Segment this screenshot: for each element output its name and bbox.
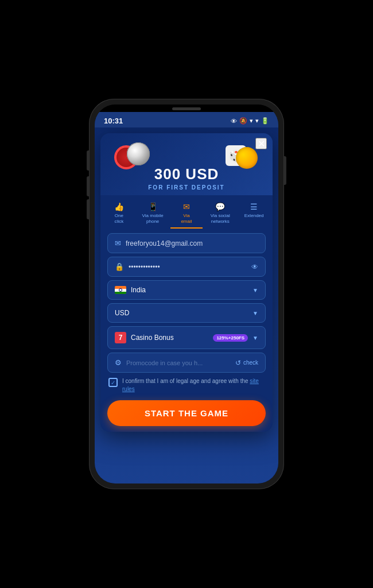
eye-icon: 👁	[231, 118, 237, 125]
tab-one-click[interactable]: 👍 Oneclick	[103, 200, 135, 229]
checkmark-icon: ✓	[111, 380, 115, 386]
email-icon: ✉	[115, 239, 121, 247]
terms-row: ✓ I confirm that I am of legal age and a…	[107, 376, 266, 394]
promo-field[interactable]: ⚙ Promocode in case you h... ↺ check	[107, 353, 266, 373]
status-time: 10:31	[104, 117, 123, 125]
bell-off-icon: 🔕	[239, 117, 247, 125]
wifi-icon: ▾	[250, 117, 253, 125]
tab-mobile[interactable]: 📱 Via mobilephone	[137, 200, 169, 229]
currency-value: USD	[115, 309, 248, 317]
start-game-button[interactable]: START THE GAME	[107, 400, 266, 426]
bonus-badge: 125%+250FS	[213, 334, 248, 342]
check-label: check	[243, 359, 258, 366]
modal-header: ✕ 🎲 300 USD FOR FIRST DEPOSIT	[100, 133, 273, 195]
notch	[95, 105, 278, 112]
speaker	[172, 107, 201, 110]
currency-chevron-icon: ▼	[252, 310, 258, 316]
promo-placeholder: Promocode in case you h...	[126, 359, 231, 366]
battery-icon: 🔋	[261, 117, 269, 125]
mobile-icon: 📱	[148, 202, 158, 211]
tab-social[interactable]: 💬 Via socialnetworks	[204, 200, 236, 229]
eye-toggle-icon[interactable]: 👁	[251, 263, 258, 271]
bonus-seven-icon: 7	[115, 332, 126, 343]
tab-extended-label: Extended	[244, 213, 264, 219]
modal-overlay: ✕ 🎲 300 USD FOR FIRST DEPOSIT	[95, 127, 278, 483]
tab-one-click-label: Oneclick	[115, 213, 124, 224]
tab-social-label: Via socialnetworks	[211, 213, 230, 224]
status-bar: 10:31 👁 🔕 ▾ ▾ 🔋	[95, 112, 278, 127]
india-flag	[115, 286, 126, 294]
promo-gear-icon: ⚙	[115, 358, 122, 367]
email-field[interactable]: ✉ freeforyou14@gmail.com	[107, 233, 266, 253]
phone-frame: 10:31 👁 🔕 ▾ ▾ 🔋 ✕	[89, 99, 284, 489]
country-chevron-icon: ▼	[252, 287, 258, 293]
email-value: freeforyou14@gmail.com	[126, 239, 258, 247]
currency-select[interactable]: USD ▼	[107, 303, 266, 323]
email-tab-icon: ✉	[183, 202, 190, 211]
bonus-select[interactable]: 7 Casino Bonus 125%+250FS ▼	[107, 326, 266, 349]
extended-icon: ☰	[250, 202, 258, 211]
screen: 10:31 👁 🔕 ▾ ▾ 🔋 ✕	[95, 112, 278, 483]
country-select[interactable]: India ▼	[107, 280, 266, 300]
bonus-chevron-icon: ▼	[252, 335, 258, 341]
tab-email[interactable]: ✉ Viaemail	[170, 200, 203, 229]
registration-modal: ✕ 🎲 300 USD FOR FIRST DEPOSIT	[100, 133, 273, 432]
promo-check-button[interactable]: ↺ check	[235, 359, 258, 367]
lock-icon: 🔒	[115, 262, 124, 271]
tab-mobile-label: Via mobilephone	[142, 213, 164, 224]
bonus-label: Casino Bonus	[131, 334, 208, 342]
tab-email-label: Viaemail	[181, 213, 192, 224]
registration-tabs: 👍 Oneclick 📱 Via mobilephone ✉ Viaemail	[100, 195, 273, 229]
bonus-amount: 300 USD	[110, 165, 263, 183]
reset-icon: ↺	[235, 359, 241, 367]
tab-extended[interactable]: ☰ Extended	[238, 200, 270, 229]
terms-text: I confirm that I am of legal age and agr…	[122, 377, 265, 393]
phone-screen: 10:31 👁 🔕 ▾ ▾ 🔋 ✕	[95, 105, 278, 483]
signal-icon: ▾	[255, 117, 259, 125]
terms-checkbox[interactable]: ✓	[108, 378, 118, 387]
social-icon: 💬	[215, 202, 225, 211]
bonus-subtitle: FOR FIRST DEPOSIT	[110, 184, 263, 191]
password-field[interactable]: 🔒 ••••••••••••• 👁	[107, 257, 266, 277]
one-click-icon: 👍	[114, 202, 124, 211]
password-value: •••••••••••••	[129, 263, 247, 271]
soccer-ball-decoration	[127, 142, 150, 165]
status-icons: 👁 🔕 ▾ ▾ 🔋	[231, 117, 269, 125]
country-value: India	[131, 286, 248, 294]
registration-form: ✉ freeforyou14@gmail.com 🔒 •••••••••••••…	[100, 229, 273, 432]
